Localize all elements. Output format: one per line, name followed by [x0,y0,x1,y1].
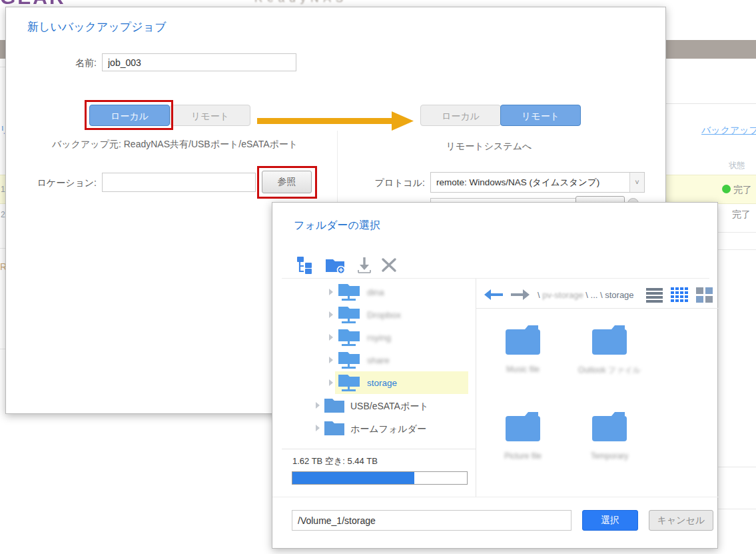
folder-icon [504,411,542,443]
chevron-down-icon: ˅ [629,173,644,192]
forward-arrow-icon[interactable] [510,288,530,301]
dialog-title: 新しいバックアップジョブ [27,19,166,35]
toolbar-strip-left [0,40,5,59]
shared-folder-icon [336,351,362,370]
download-icon[interactable] [356,256,372,275]
browse-button[interactable]: 参照 [262,171,312,193]
backup-source-header: バックアップ元: ReadyNAS共有/USBポート/eSATAポート [52,139,298,151]
select-button[interactable]: 選択 [582,510,638,531]
divider [0,349,5,349]
disk-usage-fill [292,472,414,484]
folder-icon [323,420,346,437]
tree-view-icon[interactable] [296,256,314,274]
protocol-value: remote: Windows/NAS (タイムスタンプ) [436,173,628,192]
tab-local-right[interactable]: ローカル [420,105,501,126]
location-input[interactable] [102,173,256,192]
protocol-label: プロトコル: [352,177,425,189]
row-divider [718,509,756,509]
disk-usage-text: 1.62 TB 空き: 5.44 TB [292,455,378,467]
name-label: 名前: [33,57,97,69]
folder-icon [504,324,542,356]
cancel-button[interactable]: キャンセル [649,510,713,531]
status-complete: 完了 [733,184,752,196]
tab-remote-left[interactable]: リモート [170,105,250,126]
file-tile[interactable]: Picture file [473,411,573,461]
breadcrumb-blurred-segment: pv-storage [542,290,583,300]
toolbar-strip-right [666,40,756,59]
folder-dialog-title: フォルダーの選択 [294,219,380,233]
folder-select-dialog: フォルダーの選択 dina [272,202,718,549]
location-label: ロケーション: [26,177,97,189]
protocol-select[interactable]: remote: Windows/NAS (タイムスタンプ) ˅ [430,172,645,193]
breadcrumb: \ pv-storage \ ... \ storage [538,290,634,300]
status-complete: 完了 [732,209,751,221]
screen: GEAR ReadyNAS バックアップ 状態 1 2 リ R 完了 完了 新し… [0,0,756,554]
divider [666,103,756,104]
readynas-title-fragment: ReadyNAS [254,0,348,5]
tab-remote-right[interactable]: リモート [500,105,581,126]
delete-x-icon[interactable] [380,256,398,273]
row-number: 1 [1,185,5,194]
shared-folder-icon [336,306,362,325]
row-divider [718,467,756,467]
grid-view-icon[interactable] [671,287,689,303]
disk-usage-bar [292,471,468,485]
shared-folder-icon [336,329,362,347]
tile-view-icon[interactable] [696,287,713,303]
shared-folder-icon [336,374,362,393]
back-arrow-icon[interactable] [484,288,504,301]
file-tile[interactable]: Temporary [560,411,659,461]
new-folder-icon[interactable] [324,256,346,274]
job-name-input[interactable] [102,53,296,71]
folder-icon [323,397,346,414]
status-column-header: 状態 [729,160,745,171]
backup-link[interactable]: バックアップ [701,125,756,137]
status-dot-green [722,185,731,193]
row-number: 2 [1,210,5,219]
tab-local-left[interactable]: ローカル [89,105,170,126]
list-view-icon[interactable] [645,287,664,303]
file-tile[interactable]: Outlook ファイル [560,324,659,376]
divider [0,248,5,249]
folder-icon [590,324,629,356]
breadcrumb-current: storage [605,290,633,300]
divider [0,67,5,67]
orange-arrow-icon [257,109,416,132]
folder-icon [590,411,629,443]
link-fragment: リ [0,124,5,136]
shared-folder-icon [336,283,362,302]
file-tile[interactable]: Music file [473,324,573,374]
backup-dest-header: リモートシステムへ [379,141,599,153]
selected-path-input[interactable] [292,510,571,531]
